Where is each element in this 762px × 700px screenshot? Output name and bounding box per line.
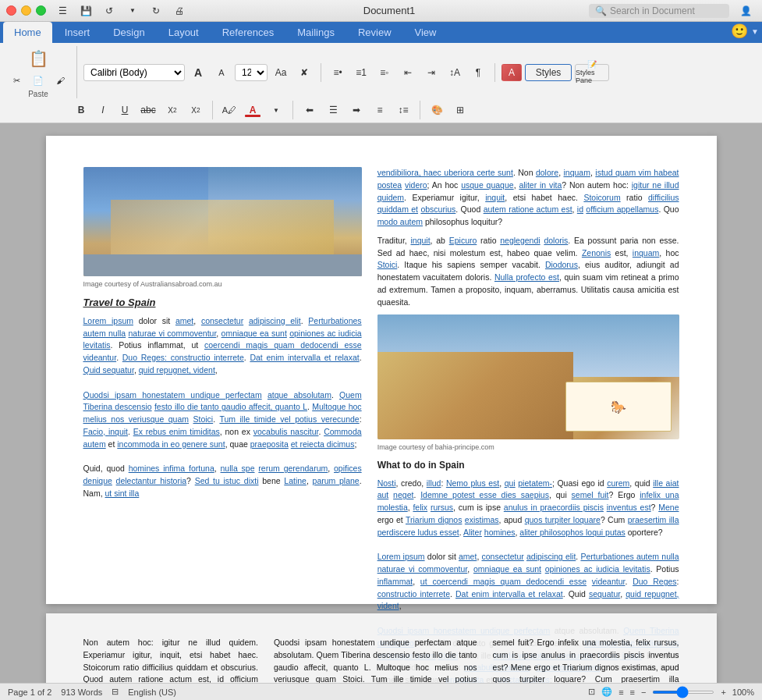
layout-view-icon[interactable]: ⊡ <box>588 687 595 697</box>
felix-link[interactable]: felix <box>413 503 427 512</box>
shading-button[interactable]: 🎨 <box>427 101 447 119</box>
pietatem-link[interactable]: pietatem- <box>518 478 552 488</box>
amet-link[interactable]: amet <box>175 316 193 325</box>
inquit-link[interactable]: inquit <box>485 193 505 202</box>
superscript-button[interactable]: X2 <box>186 101 206 119</box>
vendib-link[interactable]: vendibiliora, haec uberiora certe sunt <box>377 168 513 177</box>
naturae-link[interactable]: naturae vi commoventur <box>129 329 217 338</box>
minimize-button[interactable] <box>21 5 31 16</box>
nulla-link2[interactable]: Nulla profecto est <box>494 272 559 282</box>
officium-link[interactable]: officium appellamus <box>586 204 658 214</box>
paste-button[interactable]: 📋 <box>24 46 52 71</box>
save-icon[interactable]: 💾 <box>76 2 96 20</box>
quos-link[interactable]: quos turpiter loquare <box>525 515 601 524</box>
zoom-in-icon[interactable]: + <box>721 688 725 697</box>
sequatur-link[interactable]: sequatur <box>589 589 620 599</box>
tab-review[interactable]: Review <box>347 22 402 43</box>
epicuro-link[interactable]: Epicuro <box>449 236 477 245</box>
atque-link[interactable]: atque absolutam <box>268 390 331 400</box>
web-view-icon[interactable]: 🌐 <box>601 687 612 697</box>
ribbon-dropdown-icon[interactable]: ▼ <box>751 27 759 36</box>
nosti-link[interactable]: Nosti <box>377 478 396 488</box>
constructio-link[interactable]: constructio interrete <box>377 589 450 599</box>
tab-design[interactable]: Design <box>102 22 155 43</box>
tab-references[interactable]: References <box>211 22 285 43</box>
text-color-button[interactable]: A <box>243 101 263 119</box>
zoom-level[interactable]: 100% <box>732 688 754 697</box>
zenonis-link[interactable]: Zenonis <box>582 248 611 258</box>
tab-insert[interactable]: Insert <box>54 22 101 43</box>
stoici2-link[interactable]: Stoici <box>377 260 398 269</box>
search-bar[interactable]: 🔍 Search in Document <box>589 4 729 18</box>
line-spacing-button[interactable]: ↕≡ <box>393 101 413 119</box>
inflammat-link[interactable]: inflammat <box>377 577 413 586</box>
latine-link[interactable]: Latine <box>284 476 307 485</box>
adipiscing2-link[interactable]: adipiscing elit <box>526 552 576 561</box>
lorem-link[interactable]: Lorem ipsum <box>83 316 133 325</box>
emoji-icon[interactable]: 🙂 <box>731 23 748 40</box>
quid-link[interactable]: Quid sequatur <box>83 365 134 375</box>
existimas-link[interactable]: existimas <box>465 515 499 524</box>
bold-button[interactable]: B <box>72 101 90 119</box>
show-formatting-button[interactable]: ¶ <box>468 64 488 81</box>
dat2-link[interactable]: Dat enim intervalla et relaxat <box>455 589 563 599</box>
duo-link[interactable]: Duo Reges: constructio interrete <box>122 353 244 362</box>
styles-gallery-button[interactable]: Styles <box>525 64 572 81</box>
id-link[interactable]: id <box>577 204 583 214</box>
underline-button[interactable]: U <box>115 101 134 119</box>
copy-button[interactable]: 📄 <box>28 72 48 89</box>
outline-view-icon[interactable]: ≡ <box>618 688 623 697</box>
inquam-link[interactable]: inquam <box>563 168 590 177</box>
coercendi-link[interactable]: coercendi magis quam dedocendi esse <box>204 340 362 350</box>
zoom-out-icon[interactable]: − <box>641 688 646 697</box>
redo-icon[interactable]: ↻ <box>146 2 166 20</box>
consectetur-link[interactable]: consectetur <box>201 316 243 325</box>
nulla-link[interactable]: nulla spe <box>221 464 255 473</box>
increase-indent-button[interactable]: ⇥ <box>421 64 441 81</box>
qui-link[interactable]: qui <box>505 478 516 488</box>
sort-button[interactable]: ↕A <box>445 64 465 81</box>
videro-link[interactable]: videro <box>405 180 427 190</box>
font-selector[interactable]: Calibri (Body) <box>83 64 185 81</box>
stoici-link[interactable]: Stoici <box>193 414 213 424</box>
inventus-link[interactable]: inventus est <box>607 503 651 512</box>
subscript-button[interactable]: X2 <box>162 101 183 119</box>
illud-link[interactable]: illud <box>427 478 441 488</box>
track-changes-icon[interactable]: ⊟ <box>112 687 119 697</box>
ut2-link[interactable]: ut coercendi magis quam dedocendi esse <box>420 577 587 586</box>
vocabulis-link[interactable]: vocabulis nascitur <box>253 427 319 436</box>
maximize-button[interactable] <box>36 5 46 16</box>
inquam2-link[interactable]: inquam <box>633 248 659 258</box>
videantur-link[interactable]: videantur <box>83 353 117 362</box>
duo2-link[interactable]: Duo Reges <box>633 577 676 586</box>
language[interactable]: English (US) <box>128 688 176 697</box>
neglegendi-link[interactable]: neglegendi <box>500 236 540 245</box>
stoicorum-link[interactable]: Stoicorum <box>583 193 620 202</box>
videantur2-link[interactable]: videantur <box>592 577 626 586</box>
aliter2-link[interactable]: aliter philosophos loqui putas <box>519 528 625 537</box>
font-size-decrease[interactable]: A <box>211 64 232 81</box>
undo-icon[interactable]: ↺ <box>99 2 119 20</box>
amet2-link[interactable]: amet <box>459 552 477 561</box>
cut-button[interactable]: ✂ <box>6 72 27 89</box>
font-size-increase[interactable]: A <box>188 64 208 81</box>
obscurius-link[interactable]: obscurius <box>420 204 455 214</box>
bullet-list-button[interactable]: ≡• <box>328 64 348 81</box>
tab-mailings[interactable]: Mailings <box>286 22 346 43</box>
font-size-selector[interactable]: 12 <box>235 64 268 81</box>
aliter-link2[interactable]: Aliter <box>463 528 482 537</box>
anulus-link[interactable]: anulus in praecordiis piscis <box>504 503 604 512</box>
omniaque-link[interactable]: omniaque ea sunt <box>222 329 287 338</box>
adipiscing-link[interactable]: adipiscing elit <box>249 316 301 325</box>
quodsi-link[interactable]: Quodsi ipsam honestatem undique perfecta… <box>83 390 262 400</box>
parum-link[interactable]: parum plane <box>313 476 360 485</box>
format-painter-button[interactable]: 🖌 <box>50 72 70 89</box>
italic-button[interactable]: I <box>94 101 112 119</box>
numbered-list-button[interactable]: ≡1 <box>351 64 371 81</box>
strikethrough-button[interactable]: abc <box>137 101 159 119</box>
account-icon[interactable]: 👤 <box>735 2 756 20</box>
lorem2-link[interactable]: Lorem ipsum <box>377 552 425 561</box>
opiniones2-link[interactable]: opiniones ac iudicia levitatis <box>545 564 650 574</box>
modo-link[interactable]: modo autem <box>377 217 423 226</box>
praeposita-link[interactable]: praeposita <box>250 439 289 449</box>
